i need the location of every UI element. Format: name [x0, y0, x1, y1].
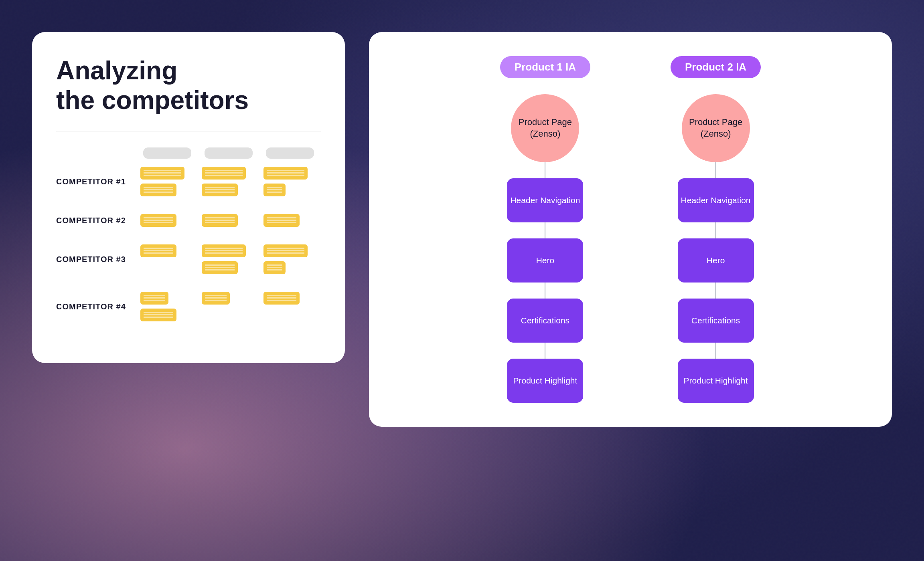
competitor-cols-4 [136, 292, 321, 321]
col-cell-3-1 [136, 244, 198, 274]
bar [263, 261, 286, 274]
certifications-node-1: Certifications [507, 299, 583, 343]
bar [140, 292, 168, 305]
ia-column-1: Product 1 IA Product Page(Zenso) Header … [500, 56, 590, 403]
competitor-cols-2 [136, 214, 321, 227]
bar [202, 244, 246, 257]
product-highlight-node-1: Product Highlight [507, 359, 583, 403]
bar [263, 167, 308, 180]
competitor-label-1: COMPETITOR #1 [56, 177, 136, 186]
bar [263, 214, 300, 227]
title-line1: Analyzing [56, 56, 177, 85]
col-header-3 [259, 147, 321, 159]
col-cell-2-1 [136, 214, 198, 227]
divider [56, 131, 321, 131]
bar [202, 167, 246, 180]
competitor-cols-1 [136, 167, 321, 196]
col-cell-1-2 [198, 167, 259, 196]
competitor-label-2: COMPETITOR #2 [56, 216, 136, 225]
header-nav-node-2: Header Navigation [678, 178, 754, 222]
product-page-node-1: Product Page(Zenso) [511, 94, 579, 162]
competitor-row-4: COMPETITOR #4 [56, 292, 321, 321]
bar [140, 214, 176, 227]
competitor-row-3: COMPETITOR #3 [56, 244, 321, 274]
card-title: Analyzing the competitors [56, 56, 321, 115]
col-cell-2-3 [259, 214, 321, 227]
bar [263, 184, 286, 196]
col-cell-4-2 [198, 292, 259, 321]
bar [263, 292, 300, 305]
col-header-bar-2 [205, 147, 253, 159]
bar [202, 184, 238, 196]
product-highlight-node-2: Product Highlight [678, 359, 754, 403]
left-card: Analyzing the competitors COMPETITOR #1 [32, 32, 345, 363]
table-header [136, 147, 321, 159]
ia-column-2: Product 2 IA Product Page(Zenso) Header … [671, 56, 761, 403]
connector-5 [715, 162, 716, 178]
connector-6 [715, 222, 716, 238]
connector-3 [545, 283, 545, 299]
bar [202, 261, 238, 274]
col-cell-2-2 [198, 214, 259, 227]
bar [140, 309, 176, 321]
right-card: Product 1 IA Product Page(Zenso) Header … [369, 32, 892, 427]
competitor-row-1: COMPETITOR #1 [56, 167, 321, 196]
hero-node-1: Hero [507, 238, 583, 283]
title-line2: the competitors [56, 86, 249, 115]
connector-4 [545, 343, 545, 359]
col-cell-3-3 [259, 244, 321, 274]
col-cell-4-1 [136, 292, 198, 321]
col-header-1 [136, 147, 198, 159]
col-cell-4-3 [259, 292, 321, 321]
product-page-node-2: Product Page(Zenso) [682, 94, 750, 162]
col-cell-1-3 [259, 167, 321, 196]
competitor-cols-3 [136, 244, 321, 274]
bar [140, 167, 184, 180]
competitor-row-2: COMPETITOR #2 [56, 214, 321, 227]
competitor-table: COMPETITOR #1 [56, 147, 321, 321]
header-nav-node-1: Header Navigation [507, 178, 583, 222]
certifications-node-2: Certifications [678, 299, 754, 343]
bar [140, 244, 176, 257]
bar [202, 292, 230, 305]
col-header-bar-3 [266, 147, 314, 159]
connector-7 [715, 283, 716, 299]
bar [140, 184, 176, 196]
ia-diagram: Product 1 IA Product Page(Zenso) Header … [401, 56, 860, 403]
connector-8 [715, 343, 716, 359]
connector-2 [545, 222, 545, 238]
col-header-2 [198, 147, 259, 159]
bar [202, 214, 238, 227]
competitor-label-3: COMPETITOR #3 [56, 255, 136, 264]
bar [263, 244, 308, 257]
main-layout: Analyzing the competitors COMPETITOR #1 [0, 0, 924, 561]
ia-label-1: Product 1 IA [500, 56, 590, 78]
col-cell-3-2 [198, 244, 259, 274]
col-header-bar-1 [143, 147, 191, 159]
competitor-label-4: COMPETITOR #4 [56, 302, 136, 311]
hero-node-2: Hero [678, 238, 754, 283]
ia-label-2: Product 2 IA [671, 56, 761, 78]
col-cell-1-1 [136, 167, 198, 196]
connector-1 [545, 162, 545, 178]
